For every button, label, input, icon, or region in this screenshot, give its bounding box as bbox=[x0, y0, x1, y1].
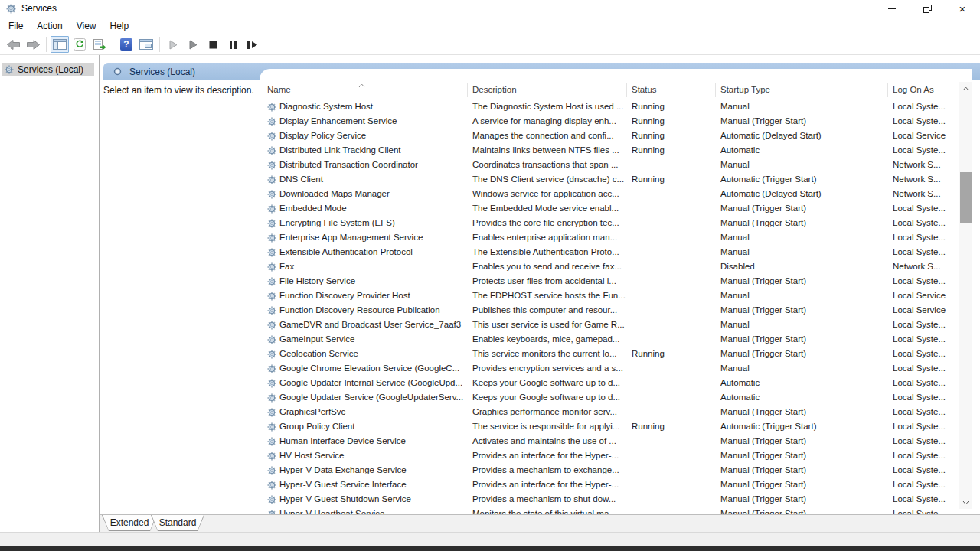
service-gear-icon bbox=[267, 116, 276, 126]
properties-window-button[interactable] bbox=[137, 36, 155, 53]
forward-button[interactable] bbox=[24, 36, 42, 53]
table-row[interactable]: Extensible Authentication Protocol The E… bbox=[260, 245, 959, 259]
minimize-button[interactable] bbox=[874, 0, 910, 17]
table-row[interactable]: HV Host Service Provides an interface fo… bbox=[260, 448, 959, 463]
close-button[interactable]: × bbox=[945, 0, 980, 17]
service-name: Geolocation Service bbox=[279, 347, 468, 361]
table-row[interactable]: Group Policy Client The service is respo… bbox=[260, 419, 959, 434]
column-header-description[interactable]: Description bbox=[472, 85, 517, 94]
menu-view[interactable]: View bbox=[70, 21, 103, 31]
table-row[interactable]: Hyper-V Heartbeat Service Monitors the s… bbox=[260, 507, 959, 514]
service-gear-icon bbox=[267, 291, 276, 301]
table-row[interactable]: Function Discovery Resource Publication … bbox=[260, 303, 959, 318]
table-row[interactable]: Fax Enables you to send and receive fax.… bbox=[260, 259, 959, 274]
stop-service-button[interactable] bbox=[204, 36, 222, 53]
table-row[interactable]: Hyper-V Guest Shutdown Service Provides … bbox=[260, 492, 959, 507]
service-description: The Embedded Mode service enabl... bbox=[472, 201, 629, 216]
column-header-log-on-as[interactable]: Log On As bbox=[893, 85, 934, 94]
service-description: A service for managing display enh... bbox=[472, 114, 629, 129]
menu-file[interactable]: File bbox=[2, 21, 30, 31]
start-service-button[interactable] bbox=[164, 36, 182, 53]
restart-service-button[interactable] bbox=[243, 36, 262, 53]
table-row[interactable]: GameInput Service Enables keyboards, mic… bbox=[260, 332, 959, 347]
help-button[interactable]: ? bbox=[117, 36, 136, 53]
table-row[interactable]: Display Enhancement Service A service fo… bbox=[260, 114, 959, 129]
table-row[interactable]: File History Service Protects user files… bbox=[260, 274, 959, 289]
service-name: Google Updater Service (GoogleUpdaterSer… bbox=[279, 390, 468, 405]
service-gear-icon bbox=[267, 480, 276, 490]
table-row[interactable]: Hyper-V Data Exchange Service Provides a… bbox=[260, 463, 959, 478]
tab-extended[interactable]: Extended bbox=[102, 515, 157, 531]
service-name: Distributed Transaction Coordinator bbox=[279, 158, 468, 172]
column-separator[interactable] bbox=[626, 83, 627, 97]
table-row[interactable]: GameDVR and Broadcast User Service_7aaf3… bbox=[260, 318, 959, 332]
table-row[interactable]: Distributed Link Tracking Client Maintai… bbox=[260, 143, 959, 158]
service-description: Keeps your Google software up to d... bbox=[472, 390, 629, 405]
service-status: Running bbox=[632, 172, 716, 187]
back-button[interactable] bbox=[4, 36, 22, 53]
table-row[interactable]: Encrypting File System (EFS) Provides th… bbox=[260, 216, 959, 230]
table-row[interactable]: Google Updater Internal Service (GoogleU… bbox=[260, 376, 959, 390]
service-description: Publishes this computer and resour... bbox=[472, 303, 629, 318]
table-row[interactable]: Distributed Transaction Coordinator Coor… bbox=[260, 158, 959, 172]
table-row[interactable]: Geolocation Service This service monitor… bbox=[260, 347, 959, 361]
tab-standard[interactable]: Standard bbox=[151, 515, 204, 531]
scroll-down-icon[interactable] bbox=[959, 496, 972, 509]
table-row[interactable]: Human Interface Device Service Activates… bbox=[260, 434, 959, 448]
column-header-status[interactable]: Status bbox=[632, 85, 657, 94]
scrollbar-thumb[interactable] bbox=[960, 172, 972, 223]
service-log-on-as: Network S... bbox=[893, 259, 959, 274]
service-log-on-as: Local Syste... bbox=[893, 448, 959, 463]
column-separator[interactable] bbox=[887, 83, 888, 97]
column-header-name[interactable]: Name bbox=[267, 85, 291, 94]
toolbar-separator bbox=[113, 37, 113, 52]
column-separator[interactable] bbox=[715, 83, 716, 97]
service-status bbox=[632, 201, 716, 216]
service-description: Activates and maintains the use of ... bbox=[472, 434, 629, 448]
table-row[interactable]: Enterprise App Management Service Enable… bbox=[260, 230, 959, 245]
service-status bbox=[632, 434, 716, 448]
show-console-tree-button[interactable] bbox=[51, 36, 69, 53]
table-row[interactable]: Google Updater Service (GoogleUpdaterSer… bbox=[260, 390, 959, 405]
column-separator[interactable] bbox=[467, 83, 468, 97]
column-header-startup-type[interactable]: Startup Type bbox=[720, 85, 770, 94]
service-gear-icon bbox=[267, 174, 276, 184]
menu-help[interactable]: Help bbox=[103, 21, 136, 31]
restore-button[interactable] bbox=[910, 0, 945, 17]
table-row[interactable]: Hyper-V Guest Service Interface Provides… bbox=[260, 478, 959, 492]
vertical-scrollbar[interactable] bbox=[959, 82, 972, 509]
table-row[interactable]: Function Discovery Provider Host The FDP… bbox=[260, 289, 959, 303]
table-row[interactable]: Embedded Mode The Embedded Mode service … bbox=[260, 201, 959, 216]
table-row[interactable]: Google Chrome Elevation Service (GoogleC… bbox=[260, 361, 959, 376]
services-ring-icon bbox=[113, 67, 122, 76]
service-startup-type: Manual (Trigger Start) bbox=[720, 478, 889, 492]
service-gear-icon bbox=[267, 247, 276, 257]
service-name: Encrypting File System (EFS) bbox=[279, 216, 468, 230]
toolbar-separator bbox=[159, 37, 160, 52]
table-row[interactable]: GraphicsPerfSvc Graphics performance mon… bbox=[260, 405, 959, 419]
table-row[interactable]: Diagnostic System Host The Diagnostic Sy… bbox=[260, 99, 959, 114]
service-status bbox=[632, 289, 716, 303]
pause-icon bbox=[230, 41, 237, 49]
service-description: This service monitors the current lo... bbox=[472, 347, 629, 361]
service-startup-type: Manual (Trigger Start) bbox=[720, 274, 889, 289]
service-log-on-as: Local Syste... bbox=[893, 318, 959, 332]
list-header: Name Description Status Startup Type Log… bbox=[260, 80, 959, 99]
table-row[interactable]: DNS Client The DNS Client service (dnsca… bbox=[260, 172, 959, 187]
sidebar-item-services-local[interactable]: Services (Local) bbox=[2, 63, 94, 76]
scroll-up-icon[interactable] bbox=[959, 82, 972, 95]
refresh-button[interactable] bbox=[70, 36, 89, 53]
resume-service-button[interactable] bbox=[184, 36, 202, 53]
table-row[interactable]: Display Policy Service Manages the conne… bbox=[260, 129, 959, 143]
service-rows: Diagnostic System Host The Diagnostic Sy… bbox=[260, 99, 959, 514]
service-description: The service is responsible for applyi... bbox=[472, 419, 629, 434]
pause-service-button[interactable] bbox=[224, 36, 242, 53]
export-list-button[interactable] bbox=[90, 36, 109, 53]
service-startup-type: Automatic (Trigger Start) bbox=[720, 419, 889, 434]
service-name: Google Chrome Elevation Service (GoogleC… bbox=[279, 361, 468, 376]
service-name: Hyper-V Heartbeat Service bbox=[279, 507, 468, 514]
menu-action[interactable]: Action bbox=[30, 21, 69, 31]
table-row[interactable]: Downloaded Maps Manager Windows service … bbox=[260, 187, 959, 201]
service-description: Protects user files from accidental l... bbox=[472, 274, 629, 289]
play-icon bbox=[169, 40, 178, 50]
